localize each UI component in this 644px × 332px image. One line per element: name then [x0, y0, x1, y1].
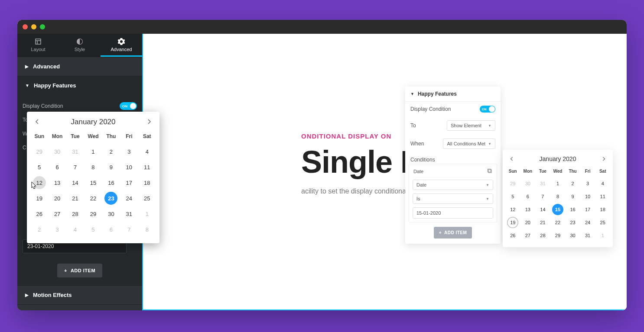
- calendar-day[interactable]: 5: [33, 161, 46, 174]
- section-responsive[interactable]: ▶ Responsive: [17, 304, 142, 310]
- chevron-right-icon: ▶: [25, 293, 29, 297]
- calendar-day[interactable]: 14: [69, 176, 82, 189]
- calendar-day: 7: [123, 223, 136, 236]
- calendar-dow: Fri: [120, 131, 138, 144]
- section-advanced[interactable]: ▶ Advanced: [17, 57, 142, 76]
- to-select[interactable]: Show Element ▼: [447, 120, 495, 131]
- calendar-day[interactable]: 17: [582, 204, 593, 215]
- calendar-day[interactable]: 19: [507, 217, 518, 228]
- section-happy-features[interactable]: ▼ Happy Features: [17, 76, 142, 95]
- when-select[interactable]: All Conditions Met ▼: [443, 139, 495, 149]
- toggle-knob: [489, 106, 495, 112]
- calendar-day[interactable]: 2: [567, 178, 579, 189]
- calendar-day[interactable]: 26: [507, 230, 518, 241]
- calendar-day[interactable]: 13: [51, 176, 64, 189]
- calendar-day[interactable]: 7: [69, 161, 82, 174]
- next-month-button[interactable]: [602, 155, 606, 163]
- calendar-day[interactable]: 27: [522, 230, 533, 241]
- calendar-day[interactable]: 3: [582, 178, 593, 189]
- calendar-day[interactable]: 8: [552, 191, 563, 202]
- calendar-day[interactable]: 4: [140, 145, 153, 158]
- calendar-day[interactable]: 3: [123, 145, 136, 158]
- calendar-day[interactable]: 15: [552, 204, 563, 215]
- calendar-day[interactable]: 25: [597, 217, 608, 228]
- add-item-button[interactable]: + ADD ITEM: [434, 227, 472, 239]
- calendar-day[interactable]: 30: [104, 207, 117, 220]
- caret-down-icon: ▼: [486, 183, 489, 187]
- chevron-down-icon: ▼: [410, 92, 414, 96]
- add-item-button[interactable]: + ADD ITEM: [57, 264, 102, 277]
- condition-date-input[interactable]: 15-01-2020: [413, 207, 493, 219]
- calendar-day[interactable]: 28: [69, 207, 82, 220]
- tab-layout[interactable]: Layout: [17, 34, 59, 57]
- prev-month-button[interactable]: [510, 155, 514, 163]
- calendar-dow: Sun: [505, 167, 520, 177]
- minimize-icon[interactable]: [31, 24, 36, 29]
- calendar-day[interactable]: 22: [552, 217, 563, 228]
- calendar-day[interactable]: 28: [537, 230, 548, 241]
- calendar-day[interactable]: 11: [597, 191, 608, 202]
- condition-operator-select[interactable]: Is ▼: [413, 193, 493, 204]
- prev-month-button[interactable]: [35, 118, 40, 126]
- tab-advanced[interactable]: Advanced: [101, 34, 142, 57]
- calendar-day[interactable]: 21: [537, 217, 548, 228]
- condition-type-select[interactable]: Date ▼: [413, 180, 493, 190]
- toggle-label: ON: [482, 108, 487, 111]
- calendar-day[interactable]: 16: [567, 204, 579, 215]
- calendar-day[interactable]: 1: [87, 145, 100, 158]
- calendar-day[interactable]: 19: [33, 192, 46, 205]
- calendar-day[interactable]: 29: [552, 230, 563, 241]
- calendar-day[interactable]: 31: [123, 207, 136, 220]
- svg-rect-0: [36, 39, 41, 44]
- calendar-day[interactable]: 8: [87, 161, 100, 174]
- close-icon[interactable]: [23, 24, 28, 29]
- display-condition-row: Display Condition ON: [23, 99, 137, 113]
- calendar-day[interactable]: 31: [582, 230, 593, 241]
- calendar-day[interactable]: 18: [140, 176, 153, 189]
- calendar-day[interactable]: 14: [537, 204, 548, 215]
- calendar-day[interactable]: 9: [104, 161, 117, 174]
- calendar-day[interactable]: 6: [51, 161, 64, 174]
- tab-style[interactable]: Style: [59, 34, 101, 57]
- calendar-day[interactable]: 10: [582, 191, 593, 202]
- calendar-day[interactable]: 12: [507, 204, 518, 215]
- calendar-day[interactable]: 5: [507, 191, 518, 202]
- calendar-day[interactable]: 18: [597, 204, 608, 215]
- calendar-day[interactable]: 16: [104, 176, 117, 189]
- maximize-icon[interactable]: [40, 24, 45, 29]
- calendar-day[interactable]: 2: [104, 145, 117, 158]
- calendar-day[interactable]: 26: [33, 207, 46, 220]
- display-condition-toggle[interactable]: ON: [480, 106, 495, 113]
- calendar-day[interactable]: 24: [123, 192, 136, 205]
- tab-label: Layout: [31, 47, 45, 52]
- calendar-day[interactable]: 23: [104, 192, 117, 205]
- display-condition-toggle[interactable]: ON: [120, 102, 137, 110]
- calendar-day[interactable]: 21: [69, 192, 82, 205]
- calendar-day[interactable]: 27: [51, 207, 64, 220]
- calendar-day[interactable]: 20: [522, 217, 533, 228]
- select-value: Is: [416, 196, 420, 201]
- calendar-day[interactable]: 4: [597, 178, 608, 189]
- cursor-icon: [30, 181, 38, 191]
- calendar-day[interactable]: 25: [140, 192, 153, 205]
- next-month-button[interactable]: [146, 118, 152, 126]
- calendar-day[interactable]: 11: [140, 161, 153, 174]
- calendar-day[interactable]: 13: [522, 204, 533, 215]
- calendar-day[interactable]: 1: [552, 178, 563, 189]
- calendar-day[interactable]: 24: [582, 217, 593, 228]
- calendar-day[interactable]: 22: [87, 192, 100, 205]
- panel-header[interactable]: ▼ Happy Features: [405, 87, 501, 102]
- calendar-day[interactable]: 17: [123, 176, 136, 189]
- calendar-day[interactable]: 10: [123, 161, 136, 174]
- calendar-day[interactable]: 30: [567, 230, 579, 241]
- calendar-dow: Wed: [84, 131, 102, 144]
- calendar-day[interactable]: 29: [87, 207, 100, 220]
- calendar-day[interactable]: 9: [567, 191, 579, 202]
- section-motion-effects[interactable]: ▶ Motion Effects: [17, 285, 142, 304]
- calendar-day[interactable]: 23: [567, 217, 579, 228]
- calendar-day[interactable]: 6: [522, 191, 533, 202]
- calendar-day[interactable]: 15: [87, 176, 100, 189]
- calendar-day[interactable]: 20: [51, 192, 64, 205]
- copy-icon[interactable]: [487, 168, 492, 174]
- calendar-day[interactable]: 7: [537, 191, 548, 202]
